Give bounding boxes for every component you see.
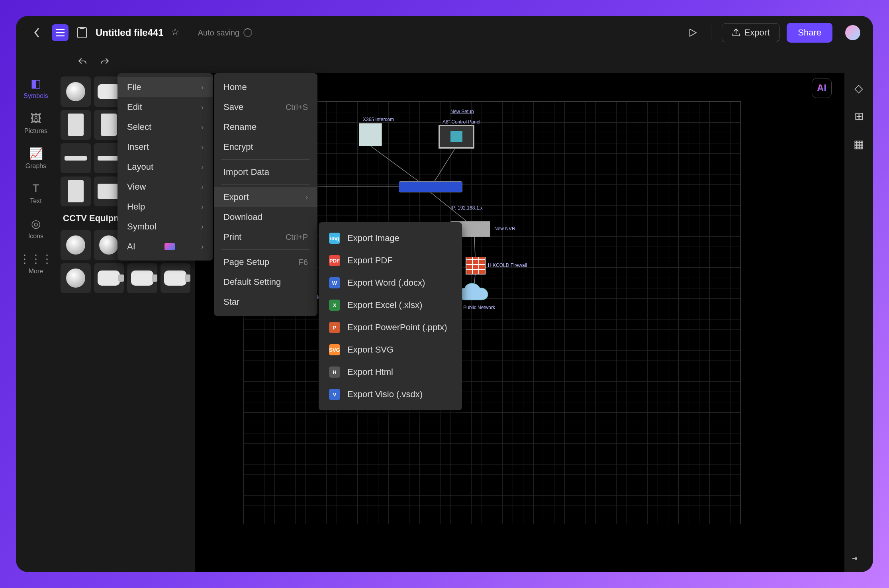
file-type-badge: SVG <box>329 344 340 355</box>
symbol-item[interactable] <box>94 263 124 294</box>
menu-item-label: Page Setup <box>223 257 269 267</box>
menu-item-symbol[interactable]: Symbol› <box>117 217 213 237</box>
menu-item-label: Default Setting <box>223 277 281 287</box>
switch-device[interactable] <box>399 181 462 192</box>
menu-item-export-pdf[interactable]: PDFExport PDF <box>319 249 462 272</box>
chevron-right-icon: › <box>201 163 204 171</box>
rail-more[interactable]: ⋮⋮⋮More <box>29 252 43 275</box>
menu-item-export-image[interactable]: imgExport Image <box>319 227 462 249</box>
menu-item-label: Import Data <box>223 167 269 177</box>
menu-item-save[interactable]: SaveCtrl+S <box>214 97 317 117</box>
favorite-button[interactable]: ☆ <box>171 26 184 39</box>
file-type-badge: X <box>329 300 340 311</box>
rail-symbols[interactable]: ◧Symbols <box>23 76 48 100</box>
diagram-grid: New Setup X365 Intercom A8" Control Pane… <box>243 101 741 524</box>
undo-button[interactable] <box>76 55 89 68</box>
menu-item-help[interactable]: Help› <box>117 197 213 217</box>
ai-badge[interactable]: AI <box>812 78 832 98</box>
control-panel-device[interactable] <box>439 125 474 149</box>
menu-item-insert[interactable]: Insert› <box>117 137 213 157</box>
chevron-right-icon: › <box>201 203 204 211</box>
menu-item-layout[interactable]: Layout› <box>117 157 213 177</box>
menu-item-label: AI <box>127 241 135 252</box>
share-button[interactable]: Share <box>787 23 832 43</box>
menu-item-view[interactable]: View› <box>117 177 213 197</box>
menu-item-label: Export Visio (.vsdx) <box>347 389 423 400</box>
menu-item-label: Star <box>223 297 239 307</box>
shortcut-label: F6 <box>299 258 308 267</box>
symbol-item[interactable] <box>61 76 91 107</box>
rail-pictures[interactable]: 🖼Pictures <box>24 112 47 135</box>
file-type-badge: img <box>329 233 340 244</box>
separator <box>711 25 711 41</box>
menu-separator <box>221 249 310 250</box>
autosave-status: Auto saving <box>198 28 253 37</box>
menu-item-rename[interactable]: Rename <box>214 117 317 137</box>
symbol-item[interactable] <box>61 263 91 294</box>
menu-item-export-svg[interactable]: SVGExport SVG <box>319 339 462 361</box>
symbol-item[interactable] <box>61 143 91 173</box>
menu-item-label: Rename <box>223 122 257 132</box>
chevron-right-icon: › <box>201 103 204 112</box>
cloud-public[interactable] <box>457 282 493 304</box>
topbar: Untitled file441 ☆ Auto saving Export Sh… <box>16 16 873 49</box>
menu-item-export-html[interactable]: HExport Html <box>319 361 462 383</box>
play-button[interactable] <box>685 25 701 41</box>
file-type-badge: PDF <box>329 255 340 266</box>
menu-item-export-powerpoint-pptx-[interactable]: PExport PowerPoint (.pptx) <box>319 316 462 339</box>
symbol-item[interactable] <box>61 230 91 260</box>
menu-item-export-excel-xlsx-[interactable]: XExport Excel (.xlsx) <box>319 294 462 316</box>
menu-item-export-visio-vsdx-[interactable]: VExport Visio (.vsdx) <box>319 383 462 406</box>
menu-item-export-word-docx-[interactable]: WExport Word (.docx) <box>319 272 462 294</box>
document-icon <box>76 26 88 39</box>
avatar[interactable] <box>845 25 860 40</box>
menu-item-encrypt[interactable]: Encrypt <box>214 137 317 157</box>
menu-item-label: File <box>127 82 141 92</box>
file-type-badge: W <box>329 277 340 288</box>
menu-item-label: Export Image <box>347 233 399 243</box>
eraser-icon[interactable]: ◇ <box>852 81 866 95</box>
pictures-icon: 🖼 <box>29 112 43 125</box>
node-nvr: New NVR <box>494 226 515 231</box>
symbol-item[interactable] <box>61 176 91 207</box>
add-panel-icon[interactable]: ⊞ <box>852 109 866 123</box>
menu-item-edit[interactable]: Edit› <box>117 97 213 117</box>
rail-icons[interactable]: ◎Icons <box>28 217 43 240</box>
chevron-right-icon: › <box>201 123 204 131</box>
export-button[interactable]: Export <box>722 23 780 42</box>
node-intercom: X365 Intercom <box>363 117 394 122</box>
menu-item-export[interactable]: Export› <box>214 187 317 207</box>
menu-item-download[interactable]: Download <box>214 207 317 227</box>
menu-item-file[interactable]: File› <box>117 77 213 97</box>
spinner-icon <box>243 28 252 37</box>
menu-item-default-setting[interactable]: Default Setting <box>214 272 317 292</box>
grid-view-icon[interactable]: ▦ <box>852 137 866 151</box>
intercom-device[interactable] <box>359 123 382 146</box>
menu-button[interactable] <box>52 24 69 41</box>
file-type-badge: P <box>329 322 340 333</box>
symbol-item[interactable] <box>161 263 191 294</box>
chevron-right-icon: › <box>201 83 204 92</box>
icons-icon: ◎ <box>29 217 43 230</box>
menu-item-label: Symbol <box>127 221 156 232</box>
svg-line-3 <box>435 149 454 181</box>
back-button[interactable] <box>29 25 45 41</box>
rail-text[interactable]: TText <box>29 182 43 205</box>
menu-item-import-data[interactable]: Import Data <box>214 162 317 182</box>
rail-graphs[interactable]: 📈Graphs <box>25 147 46 170</box>
menu-item-select[interactable]: Select› <box>117 117 213 137</box>
menu-item-ai[interactable]: AI› <box>117 237 213 257</box>
chevron-right-icon: › <box>201 243 204 251</box>
menu-item-home[interactable]: Home <box>214 77 317 97</box>
menu-item-page-setup[interactable]: Page SetupF6 <box>214 252 317 272</box>
panel-toggle-button[interactable]: ⇥ <box>846 552 863 564</box>
firewall-device[interactable] <box>466 257 486 274</box>
menu-item-star[interactable]: Star <box>214 292 317 312</box>
symbol-item[interactable] <box>127 263 157 294</box>
node-public-net: Public Network <box>463 305 495 310</box>
filename[interactable]: Untitled file441 <box>96 27 164 38</box>
redo-button[interactable] <box>98 55 112 68</box>
symbol-item[interactable] <box>61 110 91 140</box>
menu-item-print[interactable]: PrintCtrl+P <box>214 227 317 247</box>
node-new-setup: New Setup <box>450 109 474 114</box>
